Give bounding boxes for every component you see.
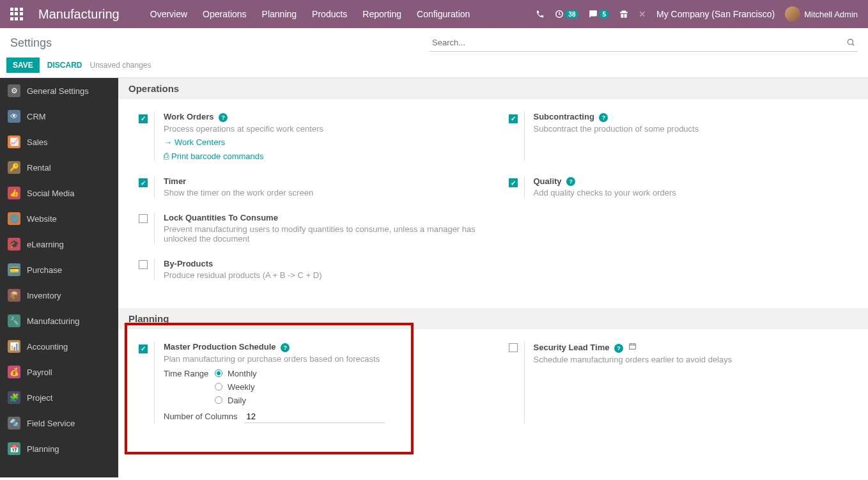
chat-icon[interactable]: 5: [589, 10, 609, 19]
byproducts-label: By-Products: [164, 259, 213, 268]
discard-button[interactable]: DISCARD: [47, 61, 82, 70]
sidebar-item-label: Field Service: [27, 419, 75, 428]
quality-desc: Add quality checks to your work orders: [534, 188, 858, 197]
checkbox-quality[interactable]: [509, 178, 518, 187]
sidebar-item-label: CRM: [27, 112, 46, 121]
accounting-icon: 📊: [8, 340, 20, 353]
num-cols-label: Number of Columns: [164, 412, 238, 421]
sidebar-item-website[interactable]: 🌐Website: [0, 206, 118, 231]
section-planning: Master Production Schedule ? Plan manufa…: [128, 329, 868, 451]
svg-point-1: [848, 39, 853, 44]
sidebar-item-rental[interactable]: 🔑Rental: [0, 155, 118, 180]
setting-byproducts: By-Products Produce residual products (A…: [128, 259, 499, 295]
sidebar-item-label: Payroll: [27, 368, 52, 377]
section-operations-header: Operations: [118, 78, 868, 99]
help-icon[interactable]: ?: [281, 343, 290, 352]
mps-label: Master Production Schedule: [164, 342, 276, 352]
num-cols-input[interactable]: [244, 410, 385, 423]
mps-desc: Plan manufacturing or purchase orders ba…: [164, 354, 488, 364]
radio-weekly-label: Weekly: [228, 382, 254, 392]
phone-icon[interactable]: [536, 10, 545, 19]
setting-work-orders: Work Orders ? Process operations at spec…: [128, 112, 499, 176]
setting-timer: Timer Show the timer on the work order s…: [128, 176, 499, 213]
sidebar-item-label: Accounting: [27, 342, 68, 352]
checkbox-work-orders[interactable]: [139, 114, 148, 123]
apps-grid-icon[interactable]: [10, 8, 23, 20]
nav-reporting[interactable]: Reporting: [362, 9, 401, 19]
company-name[interactable]: My Company (San Francisco): [656, 9, 775, 19]
sidebar-item-payroll[interactable]: 💰Payroll: [0, 359, 118, 385]
search-icon[interactable]: [846, 38, 855, 49]
inventory-icon: 📦: [8, 289, 20, 302]
search-box: [430, 34, 858, 52]
project-icon: 🧩: [8, 391, 20, 404]
calendar-icon: [628, 343, 637, 352]
user-menu[interactable]: Mitchell Admin: [785, 6, 858, 22]
page-title: Settings: [10, 36, 52, 50]
checkbox-security-lead-time[interactable]: [509, 343, 518, 352]
link-print-barcode[interactable]: Print barcode commands: [164, 151, 488, 161]
security-lead-time-desc: Schedule manufacturing orders earlier to…: [534, 355, 858, 364]
sidebar-item-accounting[interactable]: 📊Accounting: [0, 334, 118, 359]
chat-badge: 5: [599, 10, 609, 19]
sidebar-item-planning[interactable]: 📅Planning: [0, 436, 118, 461]
help-icon[interactable]: ?: [599, 113, 608, 122]
timer-label: Timer: [164, 176, 186, 186]
website-icon: 🌐: [8, 212, 20, 225]
nav-operations[interactable]: Operations: [203, 9, 246, 19]
setting-security-lead-time: Security Lead Time ? Schedule manufactur…: [499, 342, 869, 438]
sidebar-item-manufacturing[interactable]: 🔧Manufacturing: [0, 308, 118, 334]
nav-configuration[interactable]: Configuration: [417, 9, 470, 19]
lock-quantities-label: Lock Quantities To Consume: [164, 213, 278, 222]
nav-products[interactable]: Products: [312, 9, 347, 19]
setting-quality: Quality ? Add quality checks to your wor…: [499, 176, 869, 213]
print-icon: [164, 151, 171, 161]
checkbox-subcontracting[interactable]: [509, 114, 518, 123]
sidebar-item-inventory[interactable]: 📦Inventory: [0, 283, 118, 308]
user-name: Mitchell Admin: [804, 10, 858, 19]
help-icon[interactable]: ?: [566, 177, 575, 186]
nav-menu: Overview Operations Planning Products Re…: [150, 9, 536, 19]
checkbox-timer[interactable]: [139, 178, 148, 187]
gift-icon[interactable]: [619, 10, 628, 19]
radio-monthly[interactable]: [215, 369, 222, 377]
byproducts-desc: Produce residual products (A + B -> C + …: [164, 270, 488, 280]
manufacturing-icon: 🔧: [8, 314, 20, 327]
work-orders-desc: Process operations at specific work cent…: [164, 124, 488, 134]
sales-icon: 📈: [8, 135, 20, 148]
nav-planning[interactable]: Planning: [262, 9, 297, 19]
rental-icon: 🔑: [8, 161, 20, 174]
sidebar-item-elearning[interactable]: 🎓eLearning: [0, 231, 118, 257]
planning-icon: 📅: [8, 442, 20, 455]
sidebar-item-purchase[interactable]: 💳Purchase: [0, 257, 118, 283]
time-range-group: Time Range Monthly Weekly Daily: [164, 369, 488, 405]
main-layout: ⚙General Settings👁CRM📈Sales🔑Rental👍Socia…: [0, 78, 868, 477]
nav-overview[interactable]: Overview: [150, 9, 187, 19]
help-icon[interactable]: ?: [219, 113, 228, 122]
sidebar-item-general-settings[interactable]: ⚙General Settings: [0, 78, 118, 104]
sidebar-item-project[interactable]: 🧩Project: [0, 385, 118, 410]
activity-badge: 38: [565, 10, 578, 19]
sidebar-item-crm[interactable]: 👁CRM: [0, 104, 118, 129]
settings-content: Operations Work Orders ? Process operati…: [118, 78, 868, 477]
checkbox-byproducts[interactable]: [139, 260, 148, 269]
crm-icon: 👁: [8, 110, 20, 123]
tools-icon[interactable]: ✕: [639, 9, 646, 19]
help-icon[interactable]: ?: [614, 344, 623, 353]
sidebar-item-label: eLearning: [27, 240, 64, 249]
checkbox-lock-quantities[interactable]: [139, 214, 148, 223]
search-input[interactable]: [430, 34, 858, 52]
sidebar-item-label: Inventory: [27, 291, 61, 300]
radio-weekly[interactable]: [215, 383, 222, 391]
sidebar-item-field-service[interactable]: 🔩Field Service: [0, 410, 118, 436]
link-work-centers[interactable]: Work Centers: [164, 137, 488, 147]
save-button[interactable]: SAVE: [6, 58, 40, 73]
radio-daily[interactable]: [215, 396, 222, 404]
timer-desc: Show the timer on the work order screen: [164, 188, 488, 197]
sidebar-item-sales[interactable]: 📈Sales: [0, 129, 118, 155]
activity-icon[interactable]: 38: [555, 10, 578, 19]
arrow-right-icon: [164, 137, 174, 147]
checkbox-mps[interactable]: [139, 345, 148, 353]
action-bar: SAVE DISCARD Unsaved changes: [0, 58, 868, 78]
sidebar-item-social-media[interactable]: 👍Social Media: [0, 180, 118, 206]
